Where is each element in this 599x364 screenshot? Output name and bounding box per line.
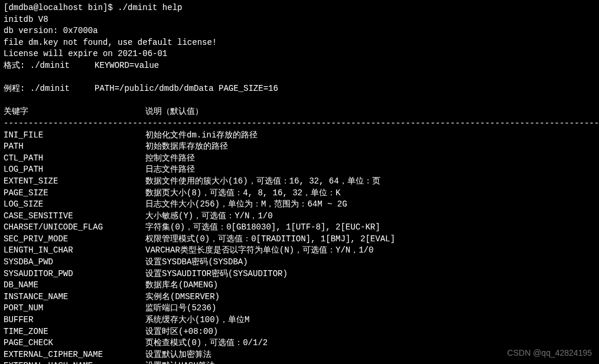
- table-row: INI_FILE初始化文件dm.ini存放的路径: [4, 130, 595, 142]
- table-cell-desc: 大小敏感(Y)，可选值：Y/N，1/0: [145, 211, 273, 222]
- table-cell-desc: 设置SYSAUDITOR密码(SYSAUDITOR): [145, 268, 288, 280]
- table-cell-desc: 页检查模式(0)，可选值：0/1/2: [145, 337, 268, 349]
- table-row: SYSAUDITOR_PWD设置SYSAUDITOR密码(SYSAUDITOR): [4, 268, 595, 280]
- table-row: PORT_NUM监听端口号(5236): [4, 303, 595, 314]
- table-cell-desc: 设置SYSDBA密码(SYSDBA): [145, 257, 248, 268]
- table-cell-key: PATH: [4, 141, 145, 153]
- table-cell-key: CASE_SENSITIVE: [4, 211, 145, 222]
- table-cell-key: PAGE_SIZE: [4, 188, 145, 199]
- table-row: CHARSET/UNICODE_FLAG字符集(0)，可选值：0[GB18030…: [4, 222, 595, 234]
- table-cell-key: SYSAUDITOR_PWD: [4, 268, 145, 280]
- table-cell-key: INSTANCE_NAME: [4, 291, 145, 303]
- table-cell-desc: 控制文件路径: [145, 153, 195, 165]
- table-row: TIME_ZONE设置时区(+08:00): [4, 326, 595, 338]
- table-cell-desc: 初始数据库存放的路径: [145, 141, 228, 153]
- table-cell-key: EXTERNAL_HASH_NAME: [4, 360, 145, 364]
- table-cell-key: INI_FILE: [4, 130, 145, 142]
- table-row: SEC_PRIV_MODE权限管理模式(0)，可选值：0[TRADITION],…: [4, 234, 595, 245]
- table-cell-desc: 设置默认HASH算法: [145, 360, 215, 364]
- table-cell-desc: 设置默认加密算法: [145, 349, 211, 361]
- table-cell-desc: 数据文件使用的簇大小(16)，可选值：16, 32, 64，单位：页: [145, 176, 380, 188]
- dbversion-line: db version: 0x7000a: [4, 25, 595, 37]
- table-cell-key: LOG_SIZE: [4, 199, 145, 211]
- table-cell-key: TIME_ZONE: [4, 326, 145, 338]
- table-cell-key: LOG_PATH: [4, 164, 145, 176]
- blank-line: [4, 72, 595, 84]
- table-cell-key: PAGE_CHECK: [4, 337, 145, 349]
- license-line: License will expire on 2021-06-01: [4, 48, 595, 60]
- table-row: CASE_SENSITIVE大小敏感(Y)，可选值：Y/N，1/0: [4, 211, 595, 222]
- table-row: BUFFER系统缓存大小(100)，单位M: [4, 314, 595, 326]
- table-cell-key: SYSDBA_PWD: [4, 257, 145, 268]
- table-cell-desc: 初始化文件dm.ini存放的路径: [145, 130, 258, 142]
- table-cell-key: EXTENT_SIZE: [4, 176, 145, 188]
- table-cell-desc: 系统缓存大小(100)，单位M: [145, 314, 249, 326]
- table-cell-key: PORT_NUM: [4, 303, 145, 314]
- watermark: CSDN @qq_42824195: [507, 347, 592, 359]
- prompt-line: [dmdba@localhost bin]$ ./dminit help: [4, 2, 595, 14]
- table-row: LOG_PATH日志文件路径: [4, 164, 595, 176]
- notfound-line: file dm.key not found, use default licen…: [4, 37, 595, 49]
- format-line: 格式: ./dminit KEYWORD=value: [4, 60, 595, 72]
- table-cell-desc: 日志文件大小(256)，单位为：M，范围为：64M ~ 2G: [145, 199, 347, 211]
- table-header: 关键字 说明（默认值）: [4, 106, 595, 118]
- table-cell-key: DB_NAME: [4, 280, 145, 291]
- table-cell-desc: 实例名(DMSERVER): [145, 291, 220, 303]
- table-header-desc: 说明（默认值）: [145, 106, 203, 118]
- table-cell-desc: 设置时区(+08:00): [145, 326, 218, 338]
- table-cell-key: LENGTH_IN_CHAR: [4, 245, 145, 257]
- blank-line: [4, 95, 595, 107]
- table-cell-key: EXTERNAL_CIPHER_NAME: [4, 349, 145, 361]
- table-row: PATH初始数据库存放的路径: [4, 141, 595, 153]
- table-cell-key: SEC_PRIV_MODE: [4, 234, 145, 245]
- table-cell-key: CHARSET/UNICODE_FLAG: [4, 222, 145, 234]
- table-cell-desc: VARCHAR类型长度是否以字符为单位(N)，可选值：Y/N，1/0: [145, 245, 373, 257]
- table-row: INSTANCE_NAME实例名(DMSERVER): [4, 291, 595, 303]
- table-row: SYSDBA_PWD设置SYSDBA密码(SYSDBA): [4, 257, 595, 268]
- divider-line: ----------------------------------------…: [4, 118, 595, 130]
- table-row: EXTERNAL_HASH_NAME设置默认HASH算法: [4, 360, 595, 364]
- table-row: DB_NAME数据库名(DAMENG): [4, 280, 595, 291]
- table-body: INI_FILE初始化文件dm.ini存放的路径PATH初始数据库存放的路径CT…: [4, 130, 595, 364]
- table-cell-desc: 数据库名(DAMENG): [145, 280, 218, 291]
- table-cell-key: CTL_PATH: [4, 153, 145, 165]
- table-cell-desc: 数据页大小(8)，可选值：4, 8, 16, 32，单位：K: [145, 188, 340, 199]
- table-cell-key: BUFFER: [4, 314, 145, 326]
- table-row: PAGE_SIZE数据页大小(8)，可选值：4, 8, 16, 32，单位：K: [4, 188, 595, 199]
- terminal-output: [dmdba@localhost bin]$ ./dminit help ini…: [4, 2, 595, 364]
- table-row: LOG_SIZE日志文件大小(256)，单位为：M，范围为：64M ~ 2G: [4, 199, 595, 211]
- table-cell-desc: 权限管理模式(0)，可选值：0[TRADITION], 1[BMJ], 2[EV…: [145, 234, 395, 245]
- table-row: CTL_PATH控制文件路径: [4, 153, 595, 165]
- table-cell-desc: 日志文件路径: [145, 164, 195, 176]
- table-row: LENGTH_IN_CHARVARCHAR类型长度是否以字符为单位(N)，可选值…: [4, 245, 595, 257]
- initdb-line: initdb V8: [4, 14, 595, 26]
- table-row: EXTENT_SIZE数据文件使用的簇大小(16)，可选值：16, 32, 64…: [4, 176, 595, 188]
- table-cell-desc: 字符集(0)，可选值：0[GB18030], 1[UTF-8], 2[EUC-K…: [145, 222, 380, 234]
- table-header-key: 关键字: [4, 106, 145, 118]
- table-cell-desc: 监听端口号(5236): [145, 303, 216, 314]
- example-line: 例程: ./dminit PATH=/public/dmdb/dmData PA…: [4, 83, 595, 95]
